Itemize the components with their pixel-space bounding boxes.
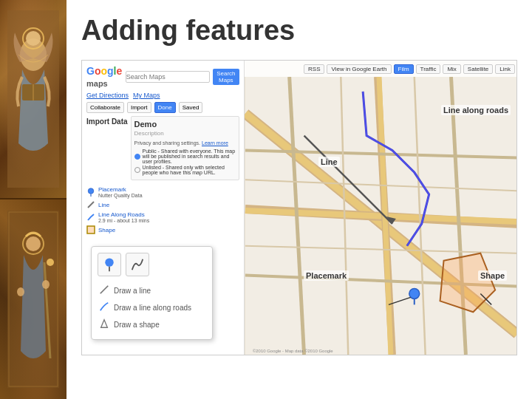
svg-marker-21	[101, 320, 108, 328]
privacy-learn-more-link[interactable]: Learn more	[202, 140, 228, 146]
draw-option-line-along-roads[interactable]: Draw a line along roads	[98, 299, 206, 316]
privacy-radio-group: Public - Shared with everyone. This map …	[134, 149, 236, 175]
feature-item-placemark[interactable]: Placemark Nutter Quality Data	[86, 186, 239, 198]
map-tab-film[interactable]: Film	[394, 64, 414, 74]
import-button[interactable]: Import	[127, 102, 151, 113]
shape-label: Shape	[98, 227, 115, 233]
line-icon	[86, 200, 95, 209]
draw-option-shape[interactable]: Draw a shape	[98, 316, 206, 333]
privacy-option-public[interactable]: Public - Shared with everyone. This map …	[134, 149, 236, 164]
nav-get-directions[interactable]: Get Directions	[86, 92, 129, 99]
collaborate-button[interactable]: Collaborate	[86, 102, 124, 113]
placemark-sublabel: Nutter Quality Data	[98, 193, 143, 198]
line-label: Line	[98, 202, 109, 208]
import-data-form: Demo Description Privacy and sharing set…	[131, 116, 239, 180]
svg-point-14	[88, 188, 94, 194]
annotation-placemark: Placemark	[304, 270, 349, 281]
privacy-settings-label: Privacy and sharing settings. Learn more	[134, 140, 236, 146]
done-button[interactable]: Done	[154, 102, 176, 113]
feature-item-line-along-roads[interactable]: Line Along Roads 2.9 mi - about 13 mins	[86, 211, 239, 223]
svg-text:©2010 Google - Map data ©2010 : ©2010 Google - Map data ©2010 Google	[253, 349, 333, 353]
medieval-figure-top	[7, 10, 59, 188]
medieval-figure-bottom	[7, 211, 59, 388]
line-along-roads-sublabel: 2.9 mi - about 13 mins	[98, 218, 149, 223]
maps-search-button[interactable]: Search Maps	[213, 69, 239, 85]
line-draw-icon	[131, 258, 144, 271]
privacy-option-unlisted[interactable]: Unlisted - Shared only with selected peo…	[134, 165, 236, 175]
svg-point-12	[42, 280, 50, 289]
feature-list: Placemark Nutter Quality Data Line	[86, 186, 239, 234]
placemark-icon	[86, 188, 95, 197]
svg-point-20	[105, 258, 113, 266]
import-data-area: Import Data Demo Description Privacy and…	[86, 116, 239, 180]
saved-button[interactable]: Saved	[179, 102, 203, 113]
map-toolbar-overlay: RSS View in Google Earth Film Traffic Mi…	[245, 61, 517, 77]
draw-line-roads-option-icon	[99, 301, 109, 314]
map-tab-link[interactable]: Link	[495, 64, 515, 74]
draw-line-button[interactable]	[126, 253, 149, 276]
shape-icon	[86, 225, 95, 234]
draw-popup: Draw a line Draw a line along roads Draw…	[91, 246, 213, 340]
map-tab-earth[interactable]: View in Google Earth	[327, 64, 391, 74]
draw-option-line[interactable]: Draw a line	[98, 282, 206, 299]
map-tab-mix[interactable]: Mix	[443, 64, 460, 74]
privacy-public-label: Public - Shared with everyone. This map …	[143, 149, 236, 164]
map-tab-satellite[interactable]: Satellite	[463, 64, 493, 74]
placemark-draw-icon	[103, 257, 115, 272]
draw-buttons-row	[98, 253, 206, 276]
svg-point-11	[17, 287, 24, 296]
draw-shape-option-icon	[99, 318, 109, 331]
line-along-roads-label: Line Along Roads	[98, 211, 149, 218]
svg-rect-15	[87, 226, 95, 233]
page-title: Adding features	[81, 15, 517, 47]
privacy-unlisted-label: Unlisted - Shared only with selected peo…	[143, 165, 236, 175]
gm-header: Google maps Search Maps	[86, 65, 239, 89]
map-svg: ©2010 Google - Map data ©2010 Google	[245, 77, 517, 355]
radio-public-dot	[134, 154, 140, 160]
annotation-shape: Shape	[478, 270, 507, 281]
screenshot-container: Google maps Search Maps Get Directions M…	[81, 60, 517, 355]
form-desc: Description	[134, 130, 236, 137]
map-tab-rss[interactable]: RSS	[304, 64, 324, 74]
map-tab-traffic[interactable]: Traffic	[416, 64, 441, 74]
svg-point-3	[26, 31, 41, 46]
decorative-strip	[0, 0, 66, 399]
radio-unlisted-dot	[134, 167, 140, 173]
svg-point-18	[409, 288, 420, 299]
maps-right-panel: RSS View in Google Earth Film Traffic Mi…	[245, 61, 517, 355]
svg-point-10	[47, 259, 54, 266]
nav-my-maps[interactable]: My Maps	[133, 92, 160, 99]
draw-placemark-button[interactable]	[98, 253, 121, 276]
form-title: Demo	[134, 120, 236, 129]
maps-search-input[interactable]	[126, 71, 210, 83]
annotation-line-along-roads: Line along roads	[441, 105, 511, 115]
google-maps-logo: Google maps	[86, 65, 123, 89]
line-along-roads-icon	[86, 213, 95, 222]
feature-item-shape[interactable]: Shape	[86, 225, 239, 234]
placemark-label: Placemark	[98, 186, 143, 193]
feature-item-line[interactable]: Line	[86, 200, 239, 209]
draw-line-option-icon	[99, 284, 109, 297]
import-data-label: Import Data	[86, 117, 128, 126]
maps-nav-links: Get Directions My Maps	[86, 92, 239, 99]
main-content: Adding features Google maps Search Maps …	[66, 0, 532, 399]
svg-point-7	[26, 236, 41, 251]
maps-toolbar: Collaborate Import Done Saved	[86, 102, 239, 113]
strip-bottom	[0, 200, 66, 399]
strip-top	[0, 0, 66, 200]
annotation-line: Line	[318, 157, 340, 167]
